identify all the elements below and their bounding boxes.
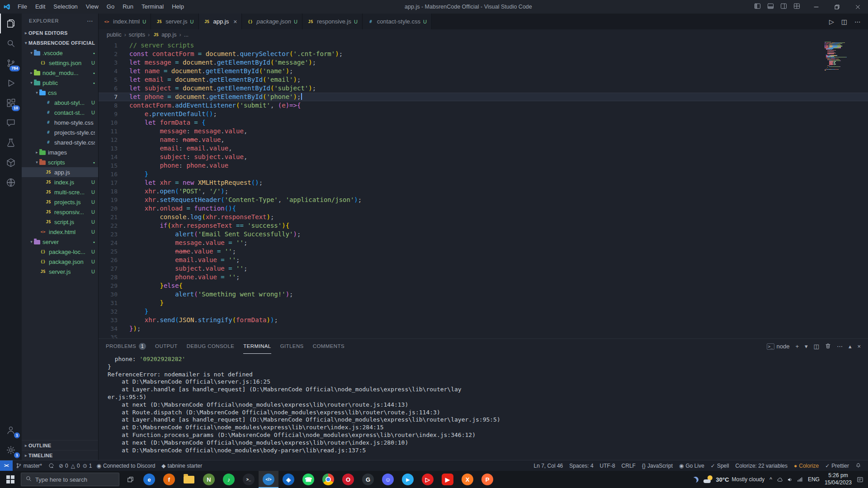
- taskbar-clock[interactable]: 5:26 pm 15/04/2023: [825, 472, 852, 486]
- tree-item-about-styl[interactable]: #about-styl...U: [22, 98, 98, 108]
- activity-source-control[interactable]: 784: [0, 53, 22, 73]
- terminal-output[interactable]: phone: '09202928282'}ReferenceError: nod…: [99, 354, 868, 460]
- taskbar-app-vscode[interactable]: </>: [259, 471, 278, 488]
- status-eol-sequence[interactable]: CRLF: [618, 460, 639, 471]
- action-center-icon[interactable]: [857, 476, 863, 483]
- activity-extensions[interactable]: 10: [0, 93, 22, 113]
- status-spell-checker[interactable]: ✓Spell: [708, 460, 732, 471]
- menu-selection[interactable]: Selection: [49, 0, 81, 14]
- tree-item-projects-js[interactable]: JSprojects.jsU: [22, 197, 98, 207]
- tree-item-public[interactable]: ▾public●: [22, 78, 98, 88]
- panel-tab-gitlens[interactable]: GITLENS: [280, 339, 304, 354]
- code-line-12[interactable]: 12 name: name.value,: [99, 136, 868, 144]
- code-line-2[interactable]: 2const contactForm = document.querySelec…: [99, 50, 868, 58]
- breadcrumb-item-scripts[interactable]: scripts: [129, 32, 145, 38]
- status-encoding[interactable]: UTF-8: [597, 460, 618, 471]
- weather-widget[interactable]: 30°C Mostly cloudy: [703, 475, 765, 483]
- menu-run[interactable]: Run: [118, 0, 137, 14]
- code-line-13[interactable]: 13 email: email.value,: [99, 144, 868, 153]
- toggle-secondary-sidebar-icon[interactable]: [780, 3, 787, 11]
- code-line-35[interactable]: 35: [99, 333, 868, 338]
- terminal-picker-button[interactable]: ▾: [805, 343, 808, 350]
- close-panel-button[interactable]: ×: [857, 343, 861, 350]
- explorer-more-icon[interactable]: ⋯: [87, 17, 94, 24]
- taskbar-app-github-desktop[interactable]: G: [358, 471, 378, 488]
- status-git-branch[interactable]: master*: [13, 460, 45, 471]
- code-line-29[interactable]: 29 }else{: [99, 282, 868, 290]
- menu-go[interactable]: Go: [103, 0, 118, 14]
- panel-tab-debug-console[interactable]: DEBUG CONSOLE: [187, 339, 235, 354]
- taskbar-app-discord[interactable]: ☺: [378, 471, 398, 488]
- code-line-17[interactable]: 17 let xhr = new XMLHttpRequest();: [99, 178, 868, 187]
- code-line-5[interactable]: 5let email = document.getElementById('em…: [99, 75, 868, 84]
- panel-tab-comments[interactable]: COMMENTS: [313, 339, 344, 354]
- toggle-panel-icon[interactable]: [767, 3, 774, 11]
- moon-icon[interactable]: [693, 477, 698, 483]
- code-line-20[interactable]: 20 xhr.onload = function(){: [99, 204, 868, 213]
- breadcrumb-item-app-js[interactable]: JSapp.js: [152, 32, 176, 38]
- tab-responsive-js[interactable]: JSresponsive.jsU: [302, 14, 363, 29]
- more-actions-button[interactable]: ⋯: [854, 18, 861, 25]
- taskbar-app-xampp[interactable]: X: [458, 471, 477, 488]
- breadcrumb-item-item[interactable]: ...: [184, 32, 189, 38]
- status-colorize-count[interactable]: Colorize: 22 variables: [732, 460, 791, 471]
- tree-item-index-html[interactable]: <>index.htmlU: [22, 227, 98, 237]
- taskbar-app-notepad-plus-plus[interactable]: N: [199, 471, 219, 488]
- network-tray-icon[interactable]: [797, 477, 803, 483]
- activity-docker[interactable]: [0, 153, 22, 173]
- activity-testing[interactable]: [0, 133, 22, 153]
- close-button[interactable]: [847, 0, 868, 14]
- code-line-16[interactable]: 16 }: [99, 170, 868, 178]
- taskbar-app-windows-terminal[interactable]: >_: [239, 471, 259, 488]
- activity-settings[interactable]: 1: [0, 440, 22, 460]
- hidden-icons-chevron[interactable]: ^: [769, 476, 772, 483]
- remote-indicator[interactable]: ><: [0, 460, 13, 471]
- code-line-33[interactable]: 33 xhr.send(JSON.stringify(formData));: [99, 316, 868, 324]
- code-line-26[interactable]: 26 email.value = '';: [99, 256, 868, 264]
- taskbar-app-spotify[interactable]: ♪: [219, 471, 239, 488]
- taskbar-app-whatsapp[interactable]: ☎: [298, 471, 318, 488]
- activity-search[interactable]: [0, 33, 22, 53]
- tree-item-app-js[interactable]: JSapp.js: [22, 167, 98, 177]
- timeline-section[interactable]: ▸ TIMELINE: [22, 450, 98, 460]
- code-line-22[interactable]: 22 if(xhr.responseText == 'success'){: [99, 221, 868, 230]
- menu-view[interactable]: View: [82, 0, 103, 14]
- code-line-18[interactable]: 18 xhr.open('POST', '/');: [99, 187, 868, 196]
- status-problems-warnings[interactable]: △0: [70, 460, 81, 471]
- tab-contact-style-css[interactable]: #contact-style.cssU: [363, 14, 432, 29]
- code-line-8[interactable]: 8contactForm.addEventListener('submit', …: [99, 101, 868, 110]
- status-indentation[interactable]: Spaces: 4: [566, 460, 596, 471]
- maximize-panel-button[interactable]: ▴: [849, 343, 852, 350]
- tree-item-index-js[interactable]: JSindex.jsU: [22, 177, 98, 187]
- restore-button[interactable]: [826, 0, 847, 14]
- outline-section[interactable]: ▸ OUTLINE: [22, 440, 98, 450]
- code-line-32[interactable]: 32 }: [99, 307, 868, 316]
- code-line-9[interactable]: 9 e.preventDefault();: [99, 110, 868, 118]
- code-line-4[interactable]: 4let name = document.getElementById('nam…: [99, 67, 868, 75]
- status-colorize[interactable]: ●Colorize: [791, 460, 822, 471]
- language-indicator[interactable]: ENG: [808, 476, 820, 483]
- panel-tab-output[interactable]: OUTPUT: [155, 339, 178, 354]
- tree-item-server[interactable]: ▾server●: [22, 237, 98, 247]
- close-tab-icon[interactable]: ×: [233, 18, 237, 25]
- tree-item-multi-scre[interactable]: JSmulti-scre...U: [22, 187, 98, 197]
- tree-item-package-json[interactable]: {}package.jsonU: [22, 257, 98, 267]
- status-cursor-position[interactable]: Ln 7, Col 46: [531, 460, 566, 471]
- tab-package-json[interactable]: {}package.jsonU: [242, 14, 302, 29]
- code-line-25[interactable]: 25 name.value = '';: [99, 247, 868, 256]
- tree-item-css[interactable]: ▾css: [22, 88, 98, 98]
- taskbar-app-opera[interactable]: O: [338, 471, 358, 488]
- volume-tray-icon[interactable]: [787, 477, 793, 483]
- tree-item-script-js[interactable]: JSscript.jsU: [22, 217, 98, 227]
- tree-item-shared-style-css[interactable]: #shared-style.css: [22, 137, 98, 147]
- tree-item-projects-style-css[interactable]: #projects-style.css: [22, 127, 98, 137]
- menu-edit[interactable]: Edit: [31, 0, 49, 14]
- code-line-1[interactable]: 1// server scripts: [99, 41, 868, 50]
- root-folder-section[interactable]: ▾ MABSRENCODE OFFICIAL: [22, 38, 98, 48]
- split-terminal-button[interactable]: ◫: [814, 343, 819, 350]
- tab-server-js[interactable]: JSserver.jsU: [151, 14, 198, 29]
- code-line-31[interactable]: 31 }: [99, 299, 868, 307]
- activity-explorer[interactable]: [0, 14, 22, 33]
- tree-item-scripts[interactable]: ▾scripts●: [22, 157, 98, 167]
- code-line-11[interactable]: 11 message: message.value,: [99, 127, 868, 136]
